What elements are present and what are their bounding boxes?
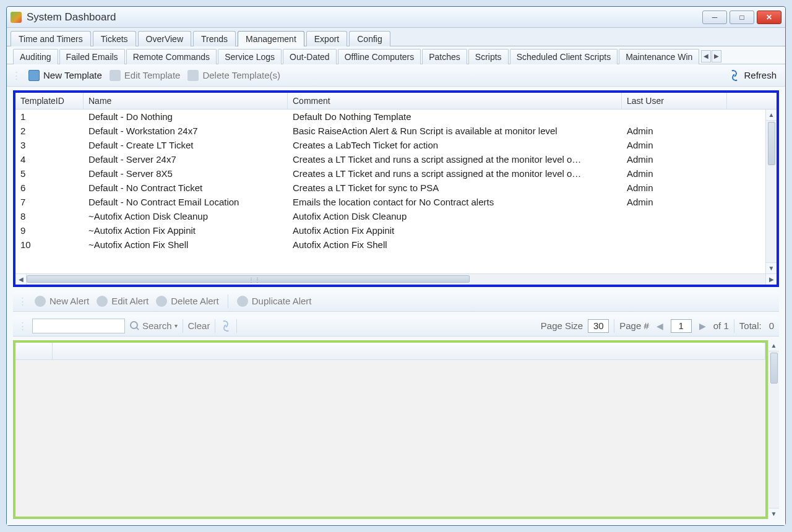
table-row[interactable]: 9~Autofix Action Fix AppinitAutofix Acti…: [15, 223, 777, 238]
table-row[interactable]: 10~Autofix Action Fix ShellAutofix Actio…: [15, 238, 777, 252]
table-row[interactable]: 8~Autofix Action Disk CleanupAutofix Act…: [15, 209, 777, 223]
scroll-up-icon[interactable]: ▲: [768, 340, 779, 351]
refresh-icon[interactable]: [220, 320, 231, 332]
delete-template-label: Delete Template(s): [202, 70, 280, 80]
close-button[interactable]: ✕: [757, 11, 781, 24]
maximize-button[interactable]: □: [730, 11, 754, 24]
toolbar-grip: ⋮: [12, 70, 21, 81]
cell: [622, 224, 727, 237]
lower-vscrollbar[interactable]: ▲ ▼: [768, 340, 779, 519]
new-alert-button[interactable]: New Alert: [31, 294, 93, 308]
tab-config[interactable]: Config: [349, 31, 390, 46]
subtab-scheduled-client-scripts[interactable]: Scheduled Client Scripts: [510, 49, 618, 64]
tab-management[interactable]: Management: [238, 31, 304, 46]
col-name[interactable]: Name: [84, 93, 288, 109]
cell: Admin: [622, 181, 727, 194]
scroll-up-icon[interactable]: ▲: [766, 109, 777, 121]
delete-alert-button[interactable]: Delete Alert: [152, 294, 223, 308]
subtab-remote-commands[interactable]: Remote Commands: [126, 49, 217, 64]
subtab-offline-computers[interactable]: Offline Computers: [338, 49, 421, 64]
subtab-scroll-left[interactable]: ◀: [701, 50, 711, 62]
cell: 6: [15, 181, 84, 194]
cell: 4: [15, 153, 84, 166]
table-row[interactable]: 3Default - Create LT TicketCreates a Lab…: [15, 138, 777, 152]
subtab-service-logs[interactable]: Service Logs: [218, 49, 282, 64]
prev-page-button[interactable]: ◀: [654, 321, 666, 331]
edit-template-button[interactable]: Edit Template: [106, 69, 184, 82]
alerts-col-2[interactable]: [53, 343, 765, 359]
edit-alert-button[interactable]: Edit Alert: [93, 294, 152, 308]
cell: 7: [15, 195, 84, 208]
search-label: Search: [142, 320, 172, 331]
search-icon: [130, 321, 140, 331]
page-number-input[interactable]: 1: [671, 319, 692, 333]
cell: 8: [15, 210, 84, 223]
separator: [734, 319, 734, 333]
tab-trends[interactable]: Trends: [193, 31, 236, 46]
hscroll-track[interactable]: ⋮⋮: [27, 274, 765, 285]
alerts-col-1[interactable]: [15, 343, 53, 359]
edit-template-label: Edit Template: [124, 70, 181, 80]
cell: [622, 238, 727, 251]
scroll-down-icon[interactable]: ▼: [768, 508, 779, 519]
subtab-patches[interactable]: Patches: [422, 49, 467, 64]
tab-overview[interactable]: OverView: [138, 31, 191, 46]
duplicate-alert-button[interactable]: Duplicate Alert: [233, 294, 316, 308]
cell: Admin: [622, 195, 727, 208]
table-row[interactable]: 1Default - Do NothingDefault Do Nothing …: [15, 109, 777, 124]
refresh-label: Refresh: [744, 70, 777, 80]
alerts-body: [15, 360, 765, 517]
col-lastuser[interactable]: Last User: [622, 93, 727, 109]
scroll-left-icon[interactable]: ◀: [15, 274, 27, 285]
table-vscrollbar[interactable]: ▲ ▼: [765, 109, 777, 273]
alerts-header: [15, 343, 765, 360]
delete-template-button[interactable]: Delete Template(s): [184, 69, 284, 82]
cell: Default - Create LT Ticket: [84, 139, 288, 152]
page-size-input[interactable]: 30: [588, 319, 609, 333]
search-button[interactable]: Search ▾: [130, 320, 178, 331]
minimize-button[interactable]: ─: [702, 11, 727, 24]
app-icon: [11, 12, 22, 23]
cell: Creates a LT Ticket and runs a script as…: [288, 153, 622, 166]
duplicate-alert-label: Duplicate Alert: [252, 296, 312, 306]
subtab-maintenance-win[interactable]: Maintenance Win: [619, 49, 699, 64]
separator: [183, 319, 183, 333]
cell: 1: [15, 110, 84, 123]
toolbar-grip: ⋮: [18, 320, 27, 332]
table-row[interactable]: 7Default - No Contract Email LocationEma…: [15, 195, 777, 209]
col-templateid[interactable]: TemplateID: [15, 93, 84, 109]
refresh-button[interactable]: Refresh: [725, 69, 780, 82]
table-row[interactable]: 4Default - Server 24x7Creates a LT Ticke…: [15, 152, 777, 166]
lower-pane: ▲ ▼: [13, 340, 779, 519]
edit-template-icon: [110, 70, 121, 81]
col-comment[interactable]: Comment: [288, 93, 622, 109]
subtab-scripts[interactable]: Scripts: [468, 49, 509, 64]
cell: Admin: [622, 153, 727, 166]
table-row[interactable]: 5Default - Server 8X5Creates a LT Ticket…: [15, 166, 777, 181]
subtab-scroll-right[interactable]: ▶: [712, 50, 721, 62]
tab-export[interactable]: Export: [306, 31, 347, 46]
subtab-auditing[interactable]: Auditing: [13, 49, 58, 64]
scroll-down-icon[interactable]: ▼: [766, 262, 777, 273]
scroll-thumb[interactable]: [770, 353, 778, 384]
clear-button[interactable]: Clear: [188, 320, 210, 331]
scroll-thumb[interactable]: [768, 122, 775, 165]
new-template-button[interactable]: New Template: [25, 69, 106, 82]
next-page-button[interactable]: ▶: [697, 321, 708, 331]
table-row[interactable]: 6Default - No Contract TicketCreates a L…: [15, 181, 777, 195]
tab-tickets[interactable]: Tickets: [93, 31, 136, 46]
subtab-out-dated[interactable]: Out-Dated: [283, 49, 337, 64]
table-row[interactable]: 2Default - Workstation 24x7Basic RaiseAc…: [15, 124, 777, 138]
subtab-failed-emails[interactable]: Failed Emails: [59, 49, 125, 64]
table-hscrollbar[interactable]: ◀ ⋮⋮ ▶: [15, 273, 777, 285]
cell: 5: [15, 167, 84, 180]
table-header: TemplateID Name Comment Last User: [15, 93, 777, 109]
separator: [236, 319, 237, 333]
lower-main: [13, 340, 768, 519]
tab-time-and-timers[interactable]: Time and Timers: [11, 31, 91, 46]
search-input[interactable]: [32, 319, 125, 333]
scroll-right-icon[interactable]: ▶: [765, 274, 777, 285]
template-toolbar: ⋮ New Template Edit Template Delete Temp…: [7, 64, 785, 87]
delete-alert-label: Delete Alert: [171, 296, 219, 306]
alert-toolbar: ⋮ New Alert Edit Alert Delete Alert Dupl…: [13, 291, 779, 312]
